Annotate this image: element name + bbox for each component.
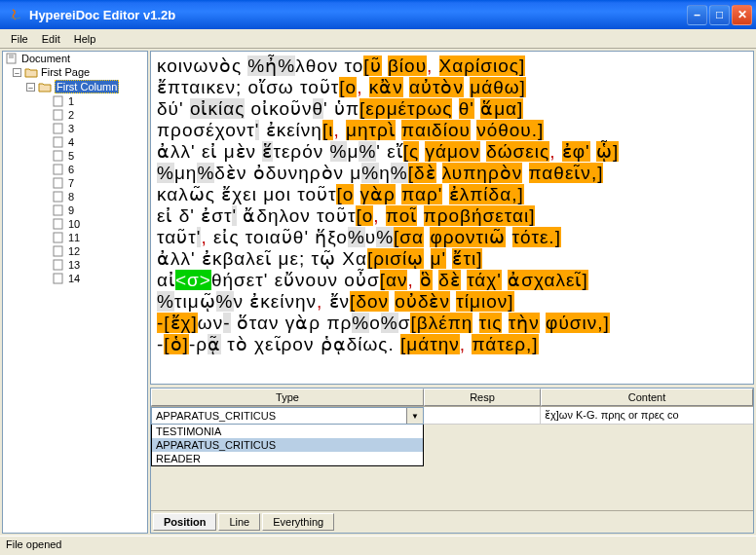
titlebar: HypereiDoc Editor v1.2b – □ ✕ (0, 0, 756, 29)
document-icon (52, 123, 65, 134)
document-icon (5, 53, 19, 64)
tree-line-item[interactable]: 8 (3, 190, 147, 204)
tree-line-item[interactable]: 2 (3, 108, 147, 122)
svg-rect-8 (54, 165, 62, 174)
combobox-option[interactable]: APPARATUS_CRITICUS (152, 438, 423, 452)
text-line[interactable]: ἔπταικεν; οἴσω τοῦτ[ο, κἂν αὐτὸν μάθω] (157, 77, 747, 98)
document-icon (52, 232, 65, 243)
combobox-dropdown: TESTIMONIAAPPARATUS_CRITICUSREADER (151, 425, 424, 466)
tree-line-label: 5 (68, 150, 74, 162)
svg-rect-10 (54, 192, 62, 202)
combobox-option[interactable]: READER (152, 452, 423, 465)
tree-line-item[interactable]: 3 (3, 122, 147, 135)
svg-rect-3 (54, 96, 62, 106)
svg-rect-13 (54, 233, 62, 242)
tree-line-label: 6 (68, 164, 74, 175)
document-icon (52, 204, 65, 216)
window-title: HypereiDoc Editor v1.2b (27, 8, 687, 22)
text-line[interactable]: -[ἔχ]ων- ὅταν γὰρ πρ%ο%σ[βλέπη τις τὴν φ… (157, 313, 747, 334)
tree-line-label: 11 (68, 232, 80, 243)
tree-toggle-icon[interactable]: – (13, 68, 21, 77)
tree-line-item[interactable]: 6 (3, 163, 147, 176)
tree-column[interactable]: – First Column (3, 79, 147, 94)
tree-panel[interactable]: Document – First Page – First Column 123… (2, 51, 148, 534)
content-cell[interactable]: ἔχ]ων K-G. πρης or πρες co (541, 407, 753, 425)
table-header: Type Resp Content (151, 388, 753, 407)
col-type[interactable]: Type (151, 388, 424, 406)
tree-line-item[interactable]: 4 (3, 135, 147, 149)
document-icon (52, 136, 65, 148)
maximize-button[interactable]: □ (709, 5, 730, 25)
text-line[interactable]: ἀλλ' εἰ μὲν ἕτερόν %μ%' εἴ[ς γάμον δώσει… (157, 141, 747, 163)
tree-line-item[interactable]: 14 (3, 272, 147, 285)
tree-line-item[interactable]: 7 (3, 176, 147, 190)
tree-root-label: Document (21, 53, 70, 64)
java-icon (8, 7, 23, 22)
text-line[interactable]: %μη%δὲν ὀδυνηρὸν μ%η%[δὲ λυπηρὸν παθεῖν,… (157, 163, 747, 184)
text-line[interactable]: αἰ<σ>θήσετ' εὔνουν οὖσ[αν, ὃ δὲ τάχ' ἀσχ… (157, 270, 747, 291)
text-line[interactable]: κοινωνὸς %ἦ%λθον το[ῦ βίου, Χαρίσιος] (157, 56, 747, 77)
tree-line-item[interactable]: 12 (3, 244, 147, 258)
document-icon (52, 259, 65, 271)
type-combobox[interactable]: APPARATUS_CRITICUS ▼ (151, 407, 424, 425)
close-button[interactable]: ✕ (732, 5, 752, 25)
tree-line-item[interactable]: 10 (3, 217, 147, 231)
tree-line-item[interactable]: 11 (3, 231, 147, 244)
text-line[interactable]: καλῶς ἔχει μοι τοῦτ[ο γὰρ παρ' ἐλπίδα,] (157, 184, 747, 205)
tree-line-label: 9 (68, 204, 74, 216)
tree-line-label: 14 (68, 273, 80, 284)
tree-line-label: 13 (68, 259, 80, 271)
tree-root[interactable]: Document (3, 52, 147, 65)
document-icon (52, 164, 65, 175)
col-content[interactable]: Content (541, 388, 753, 406)
svg-rect-14 (54, 246, 62, 256)
col-resp[interactable]: Resp (424, 388, 541, 406)
svg-rect-11 (54, 205, 62, 215)
text-line[interactable]: προσέχοντ' ἐκείνη[ι, μητρὶ παιδίου νόθου… (157, 120, 747, 141)
combobox-option[interactable]: TESTIMONIA (152, 425, 423, 438)
svg-rect-12 (54, 219, 62, 229)
text-editor[interactable]: κοινωνὸς %ἦ%λθον το[ῦ βίου, Χαρίσιος]ἔπτ… (150, 51, 754, 385)
text-line[interactable]: ἀλλ' ἐκβαλεῖ με; τῷ Χα[ρισίῳ μ' ἔτι] (157, 248, 747, 270)
minimize-button[interactable]: – (687, 5, 707, 25)
svg-rect-7 (54, 151, 62, 161)
document-icon (52, 95, 65, 107)
tree-column-label: First Column (55, 80, 119, 93)
menu-edit[interactable]: Edit (35, 31, 67, 47)
menu-help[interactable]: Help (67, 31, 103, 47)
tree-line-label: 10 (68, 218, 80, 230)
tree-page-label: First Page (41, 66, 90, 78)
combobox-value: APPARATUS_CRITICUS (152, 408, 406, 424)
document-icon (52, 191, 65, 203)
tree-toggle-icon[interactable]: – (26, 83, 35, 92)
bottom-tabs: Position Line Everything (151, 510, 753, 533)
document-icon (52, 177, 65, 189)
menubar: File Edit Help (0, 29, 756, 49)
tree-line-label: 7 (68, 177, 74, 189)
tree-line-label: 3 (68, 123, 74, 134)
text-line[interactable]: %τιμῷ%ν ἐκείνην, ἔν[δον οὐδὲν τίμιον] (157, 291, 747, 313)
tree-line-item[interactable]: 9 (3, 204, 147, 217)
document-icon (52, 245, 65, 257)
tree-line-item[interactable]: 5 (3, 149, 147, 163)
tree-line-label: 12 (68, 245, 80, 257)
tree-page[interactable]: – First Page (3, 65, 147, 79)
tab-everything[interactable]: Everything (262, 513, 334, 531)
status-text: File opened (6, 538, 62, 550)
tab-line[interactable]: Line (218, 513, 260, 531)
window-buttons: – □ ✕ (687, 5, 752, 25)
document-icon (52, 273, 65, 284)
tab-position[interactable]: Position (153, 513, 216, 531)
tree-line-item[interactable]: 1 (3, 94, 147, 108)
svg-rect-9 (54, 178, 62, 188)
resp-cell[interactable] (424, 407, 541, 425)
text-line[interactable]: εἰ δ' ἐστ' ἄδηλον τοῦτ[ο, ποῖ προβήσεται… (157, 205, 747, 227)
text-line[interactable]: δύ' οἰκίας οἰκοῦνθ' ὑπ[ερμέτρως θ' ἅμα] (157, 98, 747, 120)
tree-line-item[interactable]: 13 (3, 258, 147, 272)
text-line[interactable]: -[ὁ]-ρᾷ τὸ χεῖρον ῥᾳδίως. [μάτην, πάτερ,… (157, 334, 747, 355)
svg-rect-4 (54, 110, 62, 120)
svg-rect-16 (54, 274, 62, 283)
chevron-down-icon[interactable]: ▼ (406, 408, 423, 424)
menu-file[interactable]: File (4, 31, 35, 47)
text-line[interactable]: ταῦτ', εἰς τοιαῦθ' ἥξο%υ%[σα φροντιῶ τότ… (157, 227, 747, 248)
